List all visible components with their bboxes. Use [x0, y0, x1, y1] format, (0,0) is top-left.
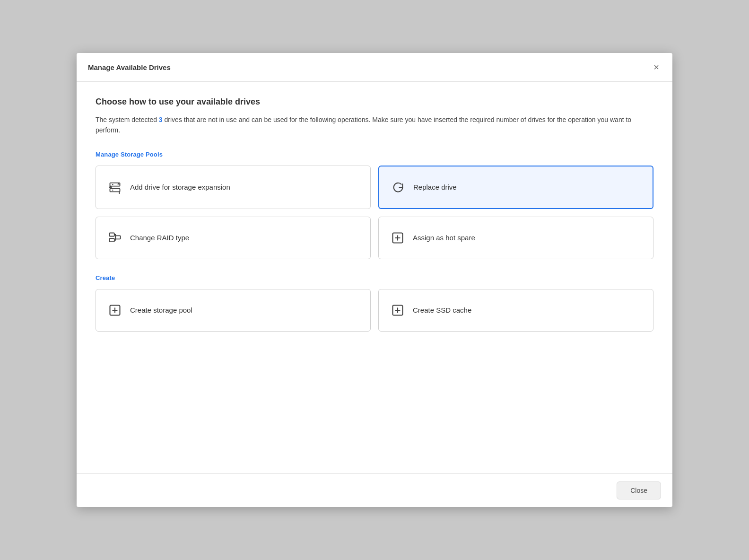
option-add-drive[interactable]: Add drive for storage expansion	[96, 166, 371, 209]
svg-rect-7	[115, 236, 121, 239]
section-create: Create Create storage pool	[96, 274, 653, 332]
section-label-manage: Manage Storage Pools	[96, 151, 653, 158]
dialog-title: Manage Available Drives	[88, 63, 171, 71]
option-hot-spare-label: Assign as hot spare	[413, 234, 475, 242]
option-create-ssd-label: Create SSD cache	[413, 306, 471, 314]
create-pool-icon	[107, 303, 122, 318]
create-options-grid: Create storage pool Create SSD cache	[96, 289, 653, 332]
hot-spare-icon	[390, 230, 405, 245]
dialog-close-x-button[interactable]: ×	[652, 61, 661, 74]
drive-count: 3	[159, 116, 163, 123]
option-add-drive-label: Add drive for storage expansion	[130, 183, 230, 191]
dialog-footer: Close	[77, 473, 672, 507]
option-create-pool[interactable]: Create storage pool	[96, 289, 371, 332]
option-hot-spare[interactable]: Assign as hot spare	[378, 217, 653, 259]
description-prefix: The system detected	[96, 116, 159, 123]
dialog-heading: Choose how to use your available drives	[96, 97, 653, 107]
svg-rect-6	[109, 238, 114, 242]
manage-drives-dialog: Manage Available Drives × Choose how to …	[77, 53, 672, 507]
dialog-description: The system detected 3 drives that are no…	[96, 114, 653, 136]
option-create-pool-label: Create storage pool	[130, 306, 192, 314]
option-change-raid-label: Change RAID type	[130, 234, 189, 242]
dialog-body: Choose how to use your available drives …	[77, 82, 672, 473]
add-storage-icon	[107, 180, 122, 195]
section-label-create: Create	[96, 274, 653, 281]
replace-drive-icon	[391, 180, 406, 195]
change-raid-icon	[107, 230, 122, 245]
dialog-overlay: Manage Available Drives × Choose how to …	[0, 0, 749, 560]
svg-rect-5	[109, 233, 114, 236]
option-replace-drive[interactable]: Replace drive	[378, 166, 653, 209]
option-replace-drive-label: Replace drive	[413, 183, 457, 191]
option-create-ssd-cache[interactable]: Create SSD cache	[378, 289, 653, 332]
close-button[interactable]: Close	[617, 481, 661, 499]
svg-rect-1	[110, 188, 120, 192]
manage-options-grid: Add drive for storage expansion Replace …	[96, 166, 653, 259]
description-suffix: drives that are not in use and can be us…	[96, 116, 631, 134]
create-ssd-icon	[390, 303, 405, 318]
section-manage-storage-pools: Manage Storage Pools	[96, 151, 653, 259]
option-change-raid[interactable]: Change RAID type	[96, 217, 371, 259]
dialog-header: Manage Available Drives ×	[77, 53, 672, 82]
